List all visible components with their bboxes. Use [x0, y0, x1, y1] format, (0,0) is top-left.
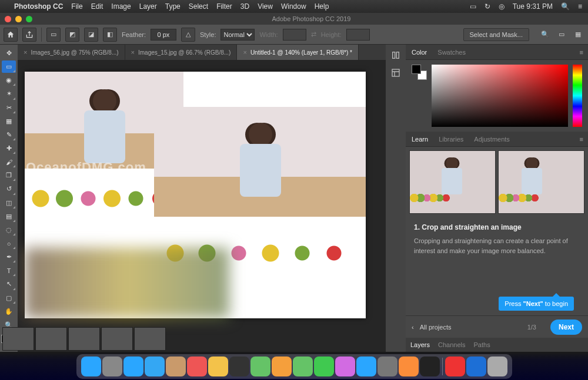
menu-3d[interactable]: 3D	[240, 2, 249, 11]
back-icon[interactable]: ‹	[412, 324, 414, 331]
dock-appstore-icon[interactable]	[356, 357, 376, 376]
select-and-mask-button[interactable]: Select and Mask...	[463, 28, 530, 41]
document-canvas[interactable]	[25, 72, 366, 318]
dock-finder-icon[interactable]	[81, 357, 101, 376]
minimize-window-button[interactable]	[15, 16, 22, 22]
hue-slider[interactable]	[573, 65, 582, 127]
panel-menu-icon[interactable]: ≡	[580, 49, 583, 56]
menu-window[interactable]: Window	[281, 2, 306, 11]
properties-icon[interactable]	[389, 66, 403, 80]
color-field[interactable]	[432, 65, 568, 127]
tool-quick-select[interactable]: ✶	[2, 88, 16, 100]
tool-dodge[interactable]: ○	[2, 237, 16, 250]
tool-heal[interactable]: ✚	[2, 142, 16, 154]
menu-edit[interactable]: Edit	[91, 2, 103, 11]
dock-photoshop-icon[interactable]	[466, 357, 486, 376]
dock-calendar-icon[interactable]	[187, 357, 207, 376]
tool-type[interactable]: T	[2, 264, 16, 277]
color-tab[interactable]: Color	[410, 49, 428, 56]
tool-hand[interactable]: ✋	[2, 305, 16, 318]
dock-facetime-icon[interactable]	[314, 357, 334, 376]
subtract-selection-icon[interactable]: ◧	[103, 28, 117, 42]
panel-menu-icon[interactable]: ≡	[580, 136, 583, 143]
tool-gradient[interactable]: ▤	[2, 210, 16, 223]
dock-photos-icon[interactable]	[272, 357, 292, 376]
dock-launchpad-icon[interactable]	[102, 357, 122, 376]
menu-select[interactable]: Select	[189, 2, 208, 11]
learn-tab[interactable]: Learn	[410, 136, 429, 143]
dock-system-icon[interactable]	[377, 357, 397, 376]
tool-marquee[interactable]: ▭	[2, 60, 16, 73]
dock-contacts-icon[interactable]	[166, 357, 186, 376]
desktop-thumb[interactable]	[134, 327, 166, 351]
swatches-tab[interactable]: Swatches	[436, 49, 467, 56]
marquee-rect-icon[interactable]: ▭	[46, 28, 61, 42]
tool-blur[interactable]: ◌	[2, 224, 16, 236]
libraries-tab[interactable]: Libraries	[437, 136, 465, 143]
layers-tab[interactable]: Layers	[410, 341, 430, 348]
feather-input[interactable]	[151, 29, 176, 41]
desktop-thumb[interactable]	[68, 327, 100, 351]
dock-itunes-icon[interactable]	[335, 357, 355, 376]
sync-icon[interactable]: ↻	[485, 2, 490, 11]
search-icon[interactable]: 🔍	[539, 28, 552, 41]
cc-icon[interactable]: ◎	[499, 2, 505, 11]
tool-eyedropper[interactable]: ✎	[2, 129, 16, 141]
style-select[interactable]: Normal	[220, 29, 255, 41]
close-window-button[interactable]	[5, 16, 11, 22]
dock-notes-icon[interactable]	[208, 357, 228, 376]
menu-view[interactable]: View	[258, 2, 273, 11]
dock-mail-icon[interactable]	[145, 357, 165, 376]
dock-trash-icon[interactable]	[487, 357, 507, 376]
doc-tab-1[interactable]: × Images_15.jpg @ 66.7% (RGB/8...)	[125, 45, 238, 60]
workspace-icon[interactable]: ▭	[555, 28, 568, 41]
new-selection-icon[interactable]: ◩	[65, 28, 79, 42]
screen-mirror-icon[interactable]: ▭	[470, 2, 476, 11]
tool-eraser[interactable]: ◫	[2, 197, 16, 209]
close-tab-icon[interactable]: ×	[24, 49, 27, 56]
tool-move[interactable]: ✥	[2, 47, 16, 59]
close-tab-icon[interactable]: ×	[131, 49, 135, 56]
share-icon[interactable]	[22, 28, 36, 42]
tool-path-select[interactable]: ↖	[2, 278, 16, 290]
next-button[interactable]: Next	[550, 320, 582, 335]
tool-pen[interactable]: ✒	[2, 251, 16, 263]
spotlight-icon[interactable]: 🔍	[561, 2, 570, 11]
arrange-icon[interactable]: ▦	[572, 28, 584, 41]
desktop-thumb[interactable]	[35, 327, 67, 351]
history-icon[interactable]	[389, 48, 403, 62]
menu-filter[interactable]: Filter	[216, 2, 232, 11]
doc-tab-0[interactable]: × Images_56.jpg @ 75% (RGB/8...)	[18, 45, 125, 60]
desktop-thumb[interactable]	[101, 327, 133, 351]
tool-history-brush[interactable]: ↺	[2, 183, 16, 195]
menu-file[interactable]: File	[71, 2, 82, 11]
antialias-icon[interactable]: △	[181, 28, 195, 42]
dock-reminders-icon[interactable]	[229, 357, 249, 376]
doc-tab-2[interactable]: × Untitled-1 @ 140% (Layer 1, RGB/8*) *	[237, 45, 358, 60]
adjustments-tab[interactable]: Adjustments	[473, 136, 511, 143]
paths-tab[interactable]: Paths	[474, 341, 490, 348]
home-button[interactable]	[4, 28, 18, 42]
menu-layer[interactable]: Layer	[139, 2, 157, 11]
zoom-window-button[interactable]	[26, 16, 32, 22]
dock-messages-icon[interactable]	[293, 357, 313, 376]
menu-type[interactable]: Type	[165, 2, 181, 11]
tool-lasso[interactable]: ◉	[2, 74, 16, 86]
tool-clone[interactable]: ❐	[2, 169, 16, 181]
close-tab-icon[interactable]: ×	[243, 49, 246, 56]
menu-extra-icon[interactable]: ≡	[578, 2, 582, 11]
tool-frame[interactable]: ▦	[2, 115, 16, 127]
tool-crop[interactable]: ✂	[2, 102, 16, 114]
tool-brush[interactable]: 🖌	[2, 156, 16, 168]
dock-magnet-icon[interactable]	[445, 357, 465, 376]
channels-tab[interactable]: Channels	[438, 341, 465, 348]
add-selection-icon[interactable]: ◪	[84, 28, 98, 42]
tool-rectangle[interactable]: ▢	[2, 292, 16, 304]
menu-help[interactable]: Help	[315, 2, 329, 11]
all-projects-link[interactable]: All projects	[420, 324, 452, 331]
dock-ibooks-icon[interactable]	[399, 357, 419, 376]
desktop-thumb[interactable]	[2, 327, 34, 351]
app-name[interactable]: Photoshop CC	[14, 2, 63, 11]
menu-image[interactable]: Image	[111, 2, 131, 11]
dock-maps-icon[interactable]	[250, 357, 270, 376]
